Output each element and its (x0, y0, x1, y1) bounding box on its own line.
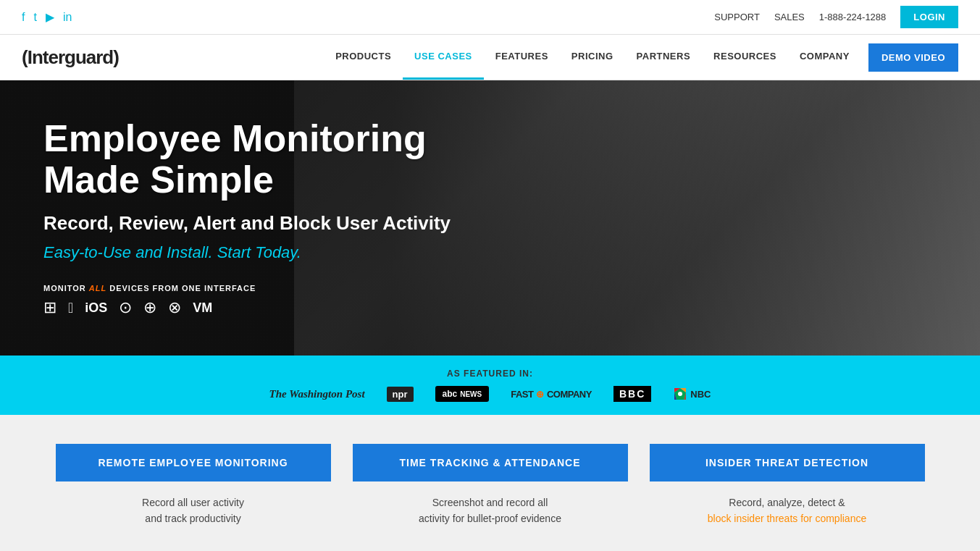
hero-content: Employee Monitoring Made Simple Record, … (43, 118, 514, 317)
youtube-icon[interactable]: ▶ (46, 10, 54, 24)
nav-use-cases[interactable]: USE CASES (403, 35, 484, 80)
svg-point-5 (678, 392, 682, 396)
twitter-icon[interactable]: t (33, 11, 36, 24)
top-bar: f t ▶ in SUPPORT SALES 1-888-224-1288 LO… (0, 0, 980, 35)
nav-partners[interactable]: PARTNERS (625, 35, 703, 80)
nav-pricing[interactable]: PRICING (560, 35, 625, 80)
time-tracking-button[interactable]: TIME TRACKING & ATTENDANCE (353, 444, 628, 481)
nav-links: PRODUCTS USE CASES FEATURES PRICING PART… (324, 35, 958, 80)
demo-video-button[interactable]: DEMO VIDEO (868, 43, 958, 72)
monitor-label: MONITOR ALL DEVICES FROM ONE INTERFACE (43, 285, 514, 293)
remote-monitoring-button[interactable]: REMOTE EMPLOYEE MONITORING (56, 444, 331, 481)
remote-monitoring-desc: Record all user activityand track produc… (56, 495, 331, 527)
apple-icon:  (68, 300, 73, 316)
other-icon: ⊗ (168, 299, 181, 318)
support-link[interactable]: SUPPORT (714, 12, 760, 22)
hero-title: Employee Monitoring Made Simple (43, 118, 514, 201)
nav-products[interactable]: PRODUCTS (324, 35, 403, 80)
top-nav-right: SUPPORT SALES 1-888-224-1288 LOGIN (714, 6, 958, 28)
hero-cta: Easy-to-Use and Install. Start Today. (43, 244, 514, 263)
washington-post-logo: The Washington Post (269, 388, 365, 400)
social-links: f t ▶ in (22, 10, 72, 24)
insider-threat-desc: Record, analyze, detect &block insider t… (650, 495, 925, 527)
time-tracking-desc: Screenshot and record allactivity for bu… (353, 495, 628, 527)
phone-number: 1-888-224-1288 (819, 12, 887, 22)
use-case-card-time: TIME TRACKING & ATTENDANCE Screenshot an… (353, 444, 628, 527)
nbc-logo: NBC (673, 387, 711, 401)
abc-news-logo: abcNEWS (435, 386, 490, 402)
bbc-logo: BBC (613, 386, 651, 402)
featured-label: AS FEATURED IN: (22, 369, 958, 379)
login-button[interactable]: LOGIN (900, 6, 958, 28)
nav-resources[interactable]: RESOURCES (702, 35, 788, 80)
use-cases-section: REMOTE EMPLOYEE MONITORING Record all us… (0, 415, 980, 551)
main-nav: (Interguard) PRODUCTS USE CASES FEATURES… (0, 35, 980, 80)
chromebook-icon: ⊙ (119, 299, 132, 318)
insider-threat-button[interactable]: INSIDER THREAT DETECTION (650, 444, 925, 481)
facebook-icon[interactable]: f (22, 11, 25, 24)
featured-bar: AS FEATURED IN: The Washington Post npr … (0, 356, 980, 415)
use-case-card-remote: REMOTE EMPLOYEE MONITORING Record all us… (56, 444, 331, 527)
featured-logos: The Washington Post npr abcNEWS FAST⊕COM… (22, 386, 958, 402)
hero-subtitle: Record, Review, Alert and Block User Act… (43, 213, 514, 235)
use-case-card-insider: INSIDER THREAT DETECTION Record, analyze… (650, 444, 925, 527)
logo[interactable]: (Interguard) (22, 35, 119, 80)
sales-link[interactable]: SALES (774, 12, 805, 22)
npr-logo: npr (387, 387, 414, 402)
android-icon: ⊕ (143, 299, 156, 318)
monitor-highlight: ALL (89, 285, 106, 293)
nav-features[interactable]: FEATURES (484, 35, 560, 80)
vm-label: VM (193, 300, 212, 316)
fast-company-logo: FAST⊕COMPANY (511, 389, 592, 400)
hero-section: Employee Monitoring Made Simple Record, … (0, 80, 980, 356)
device-icons: ⊞  iOS ⊙ ⊕ ⊗ VM (43, 299, 514, 318)
nav-company[interactable]: COMPANY (788, 35, 861, 80)
ios-label: iOS (85, 300, 107, 316)
linkedin-icon[interactable]: in (63, 11, 72, 24)
windows-icon: ⊞ (43, 299, 56, 318)
insider-threat-orange-text: block insider threats for compliance (708, 513, 866, 524)
